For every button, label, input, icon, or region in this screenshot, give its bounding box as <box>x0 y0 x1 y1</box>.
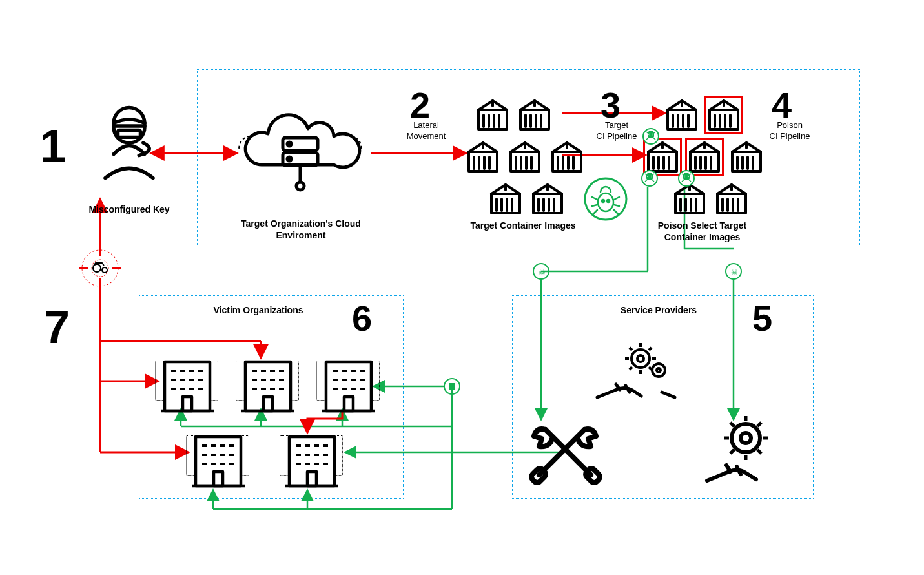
bldg-3 <box>320 357 378 415</box>
svg-line-209 <box>630 348 632 350</box>
container-2 <box>517 97 553 133</box>
svg-line-211 <box>649 348 652 350</box>
svg-line-212 <box>630 367 632 370</box>
images-label: Target Container Images <box>452 220 594 231</box>
svg-point-215 <box>732 424 760 452</box>
step-6-num: 6 <box>352 300 372 337</box>
svg-rect-172 <box>214 472 223 486</box>
svg-line-224 <box>730 450 734 454</box>
svg-point-204 <box>657 368 661 372</box>
svg-text:☠: ☠ <box>539 267 546 277</box>
svg-rect-142 <box>263 397 272 411</box>
svg-point-202 <box>637 355 644 362</box>
bldg-1-ext2 <box>209 361 218 401</box>
cloud-label: Target Organization's Cloud Enviroment <box>204 218 398 241</box>
container-3 <box>465 139 501 175</box>
pc-7 <box>714 181 750 217</box>
skull-3 <box>678 170 695 187</box>
skull-2 <box>641 170 658 187</box>
svg-line-223 <box>757 423 761 426</box>
svg-rect-127 <box>183 397 192 411</box>
container-4 <box>507 139 543 175</box>
tools-icon <box>526 413 604 485</box>
step-1-label: Misconfigured Key <box>74 204 184 215</box>
bldg-4 <box>189 432 247 490</box>
svg-rect-141 <box>245 362 291 411</box>
bldg-2 <box>239 357 297 415</box>
svg-rect-187 <box>307 472 316 486</box>
svg-rect-8 <box>118 130 141 137</box>
bldg-1 <box>158 357 216 415</box>
svg-point-67 <box>602 200 604 202</box>
container-6 <box>488 181 524 217</box>
poison-label: Poison Select Target Container Images <box>630 220 775 243</box>
step-4-num: 4 <box>772 87 792 123</box>
crosshair-icon <box>77 246 123 291</box>
svg-point-201 <box>631 350 650 368</box>
green-hub-dot <box>449 383 455 390</box>
svg-point-19 <box>287 142 291 146</box>
providers-label: Service Providers <box>588 304 730 316</box>
attacker-icon <box>94 103 165 181</box>
step-7-num: 7 <box>44 304 70 350</box>
svg-rect-126 <box>165 362 210 411</box>
svg-point-203 <box>652 364 665 377</box>
pc-5 <box>728 139 765 175</box>
svg-line-210 <box>649 367 652 370</box>
svg-line-222 <box>757 450 761 454</box>
container-1 <box>475 97 511 133</box>
bldg-5 <box>283 432 341 490</box>
svg-rect-186 <box>289 437 334 486</box>
container-7 <box>529 181 566 217</box>
hands-gears-icon <box>594 339 678 404</box>
svg-text:☠: ☠ <box>731 267 738 277</box>
svg-point-22 <box>296 182 304 190</box>
svg-point-68 <box>607 200 610 202</box>
diagram-stage: ☠ ☠ <box>0 0 924 575</box>
pc-2-poison <box>706 97 742 133</box>
step-3-num: 3 <box>601 87 621 123</box>
victims-label: Victim Organizations <box>187 304 329 316</box>
skull-1 <box>642 128 659 145</box>
svg-point-16 <box>102 267 107 273</box>
cloud-icon <box>232 110 368 200</box>
svg-point-66 <box>598 193 613 211</box>
svg-line-221 <box>730 423 734 426</box>
svg-rect-156 <box>326 362 371 411</box>
step-2-num: 2 <box>410 87 430 123</box>
svg-rect-157 <box>344 397 353 411</box>
hand-gear-icon <box>701 413 785 485</box>
svg-point-65 <box>585 178 626 220</box>
bldg-1-ext <box>155 361 165 401</box>
container-5 <box>549 139 585 175</box>
svg-point-20 <box>287 157 291 161</box>
svg-rect-171 <box>196 437 241 486</box>
pc-1 <box>664 97 700 133</box>
step-1-num: 1 <box>40 123 66 169</box>
step-5-num: 5 <box>752 300 772 337</box>
svg-point-216 <box>741 433 751 443</box>
step-2-label: Lateral Movement <box>387 120 465 142</box>
bug-icon <box>583 176 628 222</box>
